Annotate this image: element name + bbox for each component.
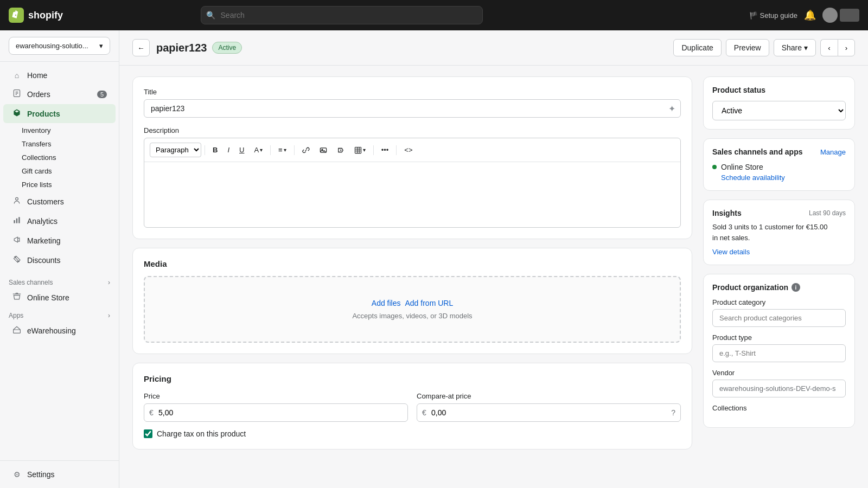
main-content: ← papier123 Active Duplicate Preview Sha… bbox=[119, 30, 868, 488]
product-status-card: Product status Active Draft bbox=[703, 76, 855, 130]
setup-guide-link[interactable]: 🏴 Setup guide bbox=[749, 11, 797, 20]
prev-button[interactable]: ‹ bbox=[820, 39, 838, 56]
nav-arrows: ‹ › bbox=[820, 39, 855, 56]
logo-text: shopify bbox=[28, 10, 63, 21]
bold-button[interactable]: B bbox=[208, 144, 222, 156]
manage-link[interactable]: Manage bbox=[820, 148, 846, 156]
sidebar-item-label: Products bbox=[27, 110, 60, 118]
price-input[interactable] bbox=[144, 403, 408, 422]
align-button[interactable]: ≡ ▾ bbox=[274, 144, 291, 156]
compare-price-input[interactable] bbox=[417, 403, 681, 422]
ewarehousing-icon bbox=[12, 325, 22, 336]
org-title: Product organization i bbox=[712, 283, 846, 292]
left-column: Title ✦ Description Paragraph bbox=[132, 76, 692, 477]
share-button[interactable]: Share ▾ bbox=[774, 39, 816, 56]
table-button[interactable]: ▾ bbox=[350, 144, 370, 156]
sales-channels-title: Sales channels and apps bbox=[712, 147, 803, 156]
title-label: Title bbox=[144, 88, 681, 96]
charge-tax-label[interactable]: Charge tax on this product bbox=[157, 429, 246, 438]
sidebar-item-ewarehousing[interactable]: eWarehousing bbox=[3, 321, 116, 340]
media-dropzone[interactable]: Add files Add from URL Accepts images, v… bbox=[144, 276, 681, 343]
notifications-bell[interactable]: 🔔 bbox=[804, 9, 816, 21]
share-dropdown-icon: ▾ bbox=[804, 43, 808, 52]
customers-icon bbox=[12, 196, 22, 207]
shopify-logo-icon bbox=[9, 8, 24, 23]
link-button[interactable] bbox=[298, 144, 314, 156]
source-button[interactable]: <> bbox=[400, 144, 417, 156]
more-button[interactable]: ••• bbox=[377, 144, 393, 156]
insights-period: Last 90 days bbox=[809, 209, 846, 217]
store-avatar bbox=[840, 9, 859, 22]
sidebar-item-inventory[interactable]: Inventory bbox=[22, 124, 119, 137]
orders-badge: 5 bbox=[97, 91, 107, 98]
view-details-link[interactable]: View details bbox=[712, 248, 750, 256]
image-button[interactable] bbox=[315, 144, 331, 156]
sidebar-item-customers[interactable]: Customers bbox=[3, 192, 116, 211]
sidebar-item-gift-cards[interactable]: Gift cards bbox=[22, 164, 119, 178]
flag-icon: 🏴 bbox=[749, 11, 758, 20]
products-subnav: Inventory Transfers Collections Gift car… bbox=[0, 124, 119, 191]
title-card: Title ✦ Description Paragraph bbox=[132, 76, 692, 239]
add-files-link[interactable]: Add files bbox=[372, 299, 401, 307]
text-color-button[interactable]: A ▾ bbox=[250, 144, 267, 156]
back-icon: ← bbox=[137, 44, 144, 52]
page-header: ← papier123 Active Duplicate Preview Sha… bbox=[119, 30, 868, 66]
sidebar-item-marketing[interactable]: Marketing bbox=[3, 231, 116, 250]
preview-button[interactable]: Preview bbox=[726, 39, 769, 56]
description-editor[interactable] bbox=[144, 162, 680, 227]
expand-icon: › bbox=[108, 312, 110, 319]
sidebar-item-discounts[interactable]: Discounts bbox=[3, 251, 116, 269]
category-input[interactable] bbox=[712, 309, 846, 327]
price-currency: € bbox=[149, 408, 154, 417]
pricing-row: Price € Compare-at price € ? bbox=[144, 392, 681, 422]
schedule-availability-link[interactable]: Schedule availability bbox=[721, 174, 846, 182]
sidebar: ewarehousing-solutio... ▾ ⌂ Home Orders … bbox=[0, 30, 119, 488]
sidebar-item-label: Orders bbox=[27, 90, 50, 99]
sidebar-item-transfers[interactable]: Transfers bbox=[22, 137, 119, 151]
sales-channels-header: Sales channels and apps Manage bbox=[712, 147, 846, 156]
sidebar-item-label: Customers bbox=[27, 197, 64, 206]
charge-tax-checkbox[interactable] bbox=[144, 429, 152, 438]
online-store-icon bbox=[12, 292, 22, 303]
product-status-select[interactable]: Active Draft bbox=[712, 101, 846, 120]
compare-currency: € bbox=[422, 408, 426, 417]
sidebar-item-label: Marketing bbox=[27, 236, 60, 245]
store-selector-button[interactable]: ewarehousing-solutio... ▾ bbox=[9, 37, 110, 55]
title-input-wrap: ✦ bbox=[144, 99, 681, 118]
vendor-input[interactable] bbox=[712, 380, 846, 397]
video-button[interactable] bbox=[333, 144, 349, 156]
title-input[interactable] bbox=[144, 99, 681, 118]
channel-item: Online Store bbox=[712, 163, 846, 171]
sidebar-item-analytics[interactable]: Analytics bbox=[3, 211, 116, 230]
sidebar-item-price-lists[interactable]: Price lists bbox=[22, 178, 119, 191]
expand-icon: › bbox=[108, 279, 110, 286]
toolbar-divider-5 bbox=[396, 145, 397, 155]
sidebar-item-products[interactable]: Products bbox=[3, 104, 116, 123]
content-area: Title ✦ Description Paragraph bbox=[119, 66, 868, 488]
sidebar-item-orders[interactable]: Orders 5 bbox=[3, 85, 116, 104]
italic-button[interactable]: I bbox=[223, 144, 234, 156]
sidebar-item-settings[interactable]: ⚙ Settings bbox=[3, 466, 116, 483]
svg-rect-5 bbox=[14, 220, 15, 223]
back-button[interactable]: ← bbox=[132, 39, 150, 56]
description-label: Description bbox=[144, 126, 681, 134]
duplicate-button[interactable]: Duplicate bbox=[673, 39, 721, 56]
product-type-input[interactable] bbox=[712, 344, 846, 362]
price-input-wrap: € bbox=[144, 403, 408, 422]
sidebar-item-home[interactable]: ⌂ Home bbox=[3, 67, 116, 84]
paragraph-select[interactable]: Paragraph bbox=[150, 143, 201, 157]
help-icon[interactable]: ? bbox=[671, 408, 675, 417]
underline-button[interactable]: U bbox=[235, 144, 248, 156]
store-name: ewarehousing-solutio... bbox=[16, 42, 88, 50]
prev-icon: ‹ bbox=[828, 44, 830, 52]
info-icon[interactable]: i bbox=[792, 283, 800, 292]
sidebar-item-online-store[interactable]: Online Store bbox=[3, 288, 116, 307]
svg-point-4 bbox=[16, 197, 18, 200]
search-bar[interactable]: 🔍 bbox=[201, 6, 483, 24]
next-button[interactable]: › bbox=[838, 39, 855, 56]
search-input[interactable] bbox=[201, 6, 483, 24]
sidebar-item-collections[interactable]: Collections bbox=[22, 151, 119, 164]
price-label: Price bbox=[144, 392, 408, 400]
svg-rect-7 bbox=[18, 217, 20, 223]
add-from-url-link[interactable]: Add from URL bbox=[405, 299, 454, 307]
